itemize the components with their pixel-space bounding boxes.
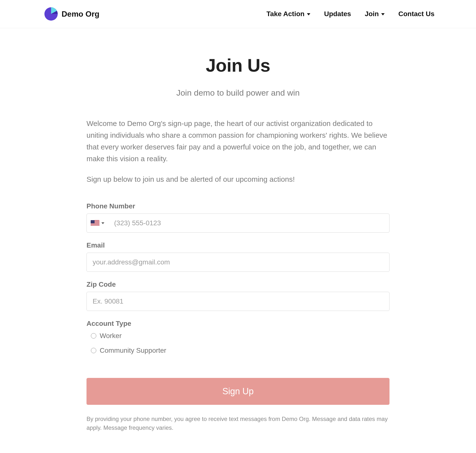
intro-copy: Welcome to Demo Org's sign-up page, the …	[87, 118, 389, 185]
account-type-option-community-supporter[interactable]: Community Supporter	[87, 347, 389, 354]
svg-rect-8	[91, 220, 95, 223]
primary-nav: Take Action Updates Join Contact Us	[267, 10, 434, 18]
chevron-down-icon	[307, 13, 310, 15]
svg-rect-5	[91, 224, 99, 224]
radio-label: Community Supporter	[100, 347, 166, 354]
account-type-options: Worker Community Supporter	[87, 332, 389, 354]
brand[interactable]: Demo Org	[44, 7, 99, 21]
logo-icon	[44, 7, 58, 21]
email-input[interactable]	[87, 253, 389, 272]
field-label: Zip Code	[87, 281, 389, 288]
field-label: Account Type	[87, 320, 389, 328]
nav-contact-us[interactable]: Contact Us	[398, 10, 434, 18]
account-type-option-worker[interactable]: Worker	[87, 332, 389, 340]
chevron-down-icon	[101, 222, 104, 224]
field-label: Phone Number	[87, 202, 389, 210]
svg-rect-6	[91, 225, 99, 225]
signup-form: Phone Number	[87, 202, 389, 432]
email-field: Email	[87, 241, 389, 272]
radio-label: Worker	[100, 332, 122, 340]
hero: Join Us Join demo to build power and win	[87, 55, 389, 98]
country-code-selector[interactable]	[87, 214, 109, 232]
nav-take-action[interactable]: Take Action	[267, 10, 311, 18]
nav-label: Join	[365, 10, 379, 18]
brand-name: Demo Org	[62, 10, 99, 19]
phone-input[interactable]	[109, 214, 389, 232]
us-flag-icon	[91, 220, 99, 226]
intro-paragraph: Sign up below to join us and be alerted …	[87, 173, 389, 185]
account-type-field: Account Type Worker Community Supporter	[87, 320, 389, 354]
intro-paragraph: Welcome to Demo Org's sign-up page, the …	[87, 118, 389, 165]
field-label: Email	[87, 241, 389, 249]
zip-field: Zip Code	[87, 281, 389, 311]
phone-field: Phone Number	[87, 202, 389, 233]
phone-input-row	[87, 214, 389, 233]
zip-input[interactable]	[87, 292, 389, 311]
radio-input[interactable]	[91, 348, 96, 353]
nav-join[interactable]: Join	[365, 10, 385, 18]
nav-label: Contact Us	[398, 10, 434, 18]
page-title: Join Us	[87, 55, 389, 76]
site-header: Demo Org Take Action Updates Join Contac…	[0, 0, 476, 28]
page-subtitle: Join demo to build power and win	[87, 88, 389, 98]
nav-updates[interactable]: Updates	[324, 10, 351, 18]
signup-button[interactable]: Sign Up	[87, 378, 389, 405]
svg-rect-7	[91, 226, 99, 226]
nav-label: Take Action	[267, 10, 305, 18]
radio-input[interactable]	[91, 333, 96, 339]
sms-disclaimer: By providing your phone number, you agre…	[87, 415, 389, 432]
nav-label: Updates	[324, 10, 351, 18]
chevron-down-icon	[381, 13, 385, 15]
